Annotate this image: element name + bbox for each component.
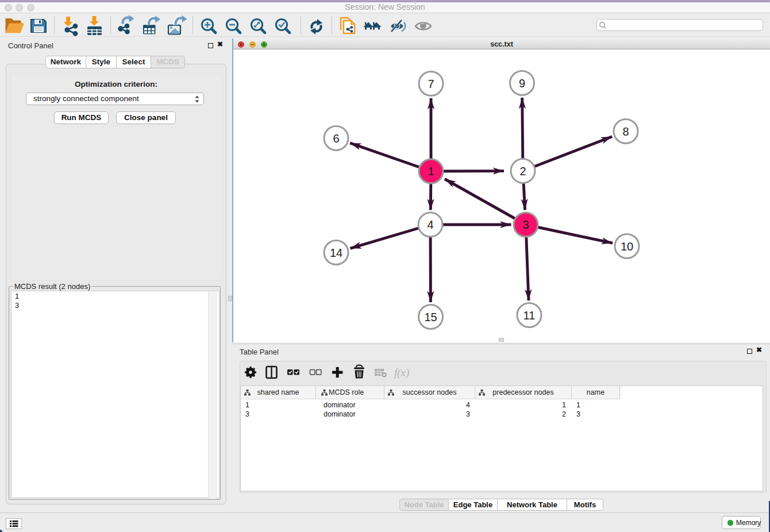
svg-text:4: 4 — [427, 218, 433, 231]
svg-text:f(x): f(x) — [394, 367, 409, 379]
svg-text:1: 1 — [428, 165, 434, 178]
svg-text:2: 2 — [519, 165, 526, 178]
svg-text:9: 9 — [519, 77, 525, 90]
svg-text:6: 6 — [333, 132, 339, 145]
svg-text:3: 3 — [522, 218, 529, 231]
svg-text:7: 7 — [428, 78, 434, 90]
svg-text:11: 11 — [523, 309, 536, 322]
svg-text:8: 8 — [622, 125, 629, 138]
svg-text:10: 10 — [621, 240, 633, 253]
svg-text:15: 15 — [424, 311, 437, 323]
svg-text:14: 14 — [330, 246, 342, 259]
